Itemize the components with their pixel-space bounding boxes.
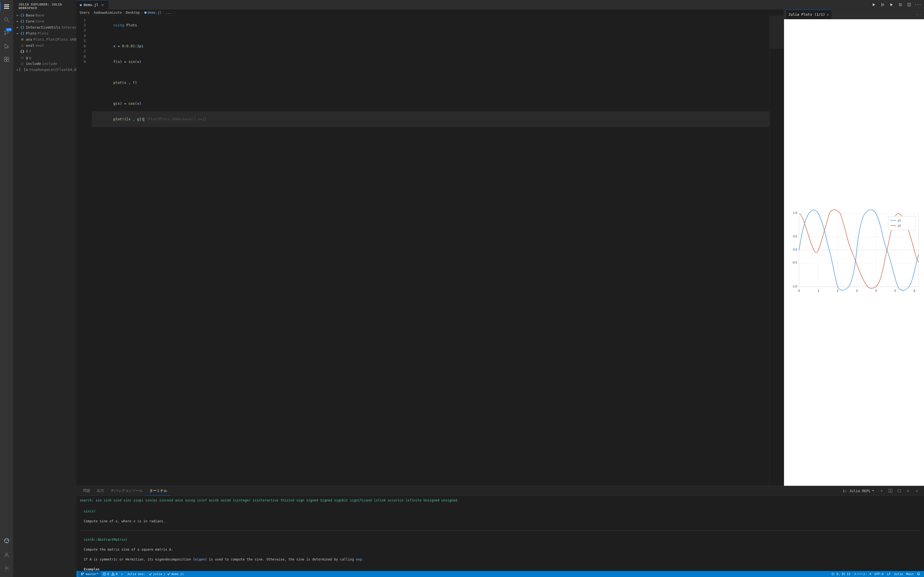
tree-label-dim: Plots [38,31,48,35]
sidebar: JULIA EXPLORER: JULIA WORKSPACE ▶ {} Bas… [13,0,76,288]
sidebar-item-include[interactable]: ▶ ○ include include [13,60,76,66]
breadcrumb-sep: › [141,11,143,15]
tree-label-dim: Plots.Plot{Plots.GRBackend} [33,37,76,42]
explorer-activity-icon[interactable] [0,0,13,13]
svg-point-0 [5,18,8,21]
circle-icon: ○ [20,61,25,66]
breadcrumb-more[interactable]: ... [166,11,171,15]
run-activity-icon[interactable] [0,40,13,53]
breadcrumb: Users › kadowakimizuto › Desktop › demo.… [76,10,462,16]
extensions-activity-icon[interactable] [0,53,13,66]
breadcrumb-desktop[interactable]: Desktop [126,11,140,15]
sidebar-title: JULIA EXPLORER: JULIA WORKSPACE [13,0,76,12]
breadcrumb-sep: › [91,11,93,15]
svg-rect-6 [7,57,9,59]
sidebar-item-g[interactable]: ▶ ○ g g [13,55,76,60]
bracket-icon: [ ] [20,67,25,72]
breadcrumb-sep: › [163,11,165,15]
sidebar-item-f[interactable]: ▶ {} f f [13,48,76,55]
code-line-1: using Plots [92,17,462,33]
circle-icon: ⊙ [20,37,25,42]
julia-file-icon: ● [80,3,82,7]
sidebar-item-ans[interactable]: ▶ ⊙ ans Plots.Plot{Plots.GRBackend} [13,36,76,42]
svg-point-17 [144,11,147,14]
sidebar-item-base[interactable]: ▶ {} Base Base [13,12,76,18]
sidebar-item-interactiveutils[interactable]: ▶ {} InteractiveUtils InteractiveUtils [13,24,76,30]
tree-label-dim: InteractiveUtils [61,25,76,29]
svg-rect-8 [7,60,9,61]
svg-point-1 [5,34,6,35]
tree-label-dim: StepRangeLen{Float64,Base.T... [29,68,76,72]
tree-label: f [26,50,28,53]
chevron-right-icon: ▶ [15,19,20,23]
code-line-8: g(x) = cos(x) [92,96,462,111]
activity-bar: 229 [0,0,13,288]
sidebar-item-core[interactable]: ▶ {} Core Core [13,18,76,24]
svg-rect-5 [5,57,6,59]
breadcrumb-users[interactable]: Users [80,11,90,15]
braces-icon: {} [20,19,25,23]
breadcrumb-user[interactable]: kadowakimizuto [94,11,121,15]
search-activity-icon[interactable] [0,13,13,26]
tab-demo-jl[interactable]: ● demo.jl × [76,0,108,9]
chevron-right-icon: ▶ [15,13,20,17]
svg-point-4 [7,47,8,48]
tree-label-dim: Base [36,13,44,17]
tree-label: ans [26,37,32,42]
tree-label: Core [26,19,34,23]
code-line-6: plot(x , f) [92,75,462,90]
tree-label: Base [26,13,34,17]
code-area[interactable]: using Plots x = 0:0.01:2pi f(x) = sin(x)… [89,16,462,288]
sidebar-item-plots[interactable]: ▶ {} Plots Plots [13,30,76,36]
editor-row: Users › kadowakimizuto › Desktop › demo.… [76,10,462,288]
breadcrumb-file[interactable]: demo.jl [144,11,162,15]
tree-label: g [26,55,28,60]
tab-close-button[interactable]: × [101,2,104,7]
code-line-7 [92,90,462,96]
code-line-3: x = 0:0.01:2pi [92,38,462,54]
tab-label: demo.jl [83,3,99,7]
circle-icon: ○ [20,43,25,48]
main-area: ● demo.jl × [76,0,462,288]
code-line-9: plot!([x , g]) |Plot{Plots.GRBackend() n… [92,111,462,127]
chevron-right-icon: ▶ [15,31,20,35]
code-line-4: f(x) = sin(x) [92,54,462,69]
tree-label: x [26,68,28,72]
source-control-badge: 229 [5,28,12,31]
sidebar-tree: ▶ {} Base Base ▶ {} Core Core ▶ {} Inter… [13,12,76,288]
source-control-activity-icon[interactable]: 229 [0,26,13,40]
tree-label-dim: include [42,61,57,66]
tree-label-dim: g [29,55,31,60]
braces-icon: {} [20,13,25,17]
braces-icon: {} [20,49,25,53]
tree-label: include [26,61,41,66]
code-line-5 [92,69,462,75]
tree-label-dim: Core [36,19,44,23]
sidebar-item-eval[interactable]: ▶ ○ eval eval [13,42,76,48]
tree-label-dim: f [29,50,31,53]
circle-icon: ○ [20,55,25,60]
tree-label: Plots [26,31,37,35]
sidebar-item-x[interactable]: ▶ [ ] x StepRangeLen{Float64,Base.T... [13,66,76,73]
tree-label: eval [26,44,34,48]
braces-icon: {} [20,31,25,35]
svg-point-3 [5,31,6,32]
svg-rect-7 [5,60,6,61]
editor[interactable]: Users › kadowakimizuto › Desktop › demo.… [76,10,462,288]
line-numbers: 1 2 3 4 5 6 7 8 9 [76,16,89,288]
braces-icon: {} [20,25,25,29]
chevron-right-icon: ▶ [15,25,20,29]
tree-label-dim: eval [36,44,44,48]
breadcrumb-sep: › [123,11,125,15]
code-line-2 [92,33,462,38]
tree-label: InteractiveUtils [26,25,60,29]
tab-bar: ● demo.jl × [76,0,462,10]
